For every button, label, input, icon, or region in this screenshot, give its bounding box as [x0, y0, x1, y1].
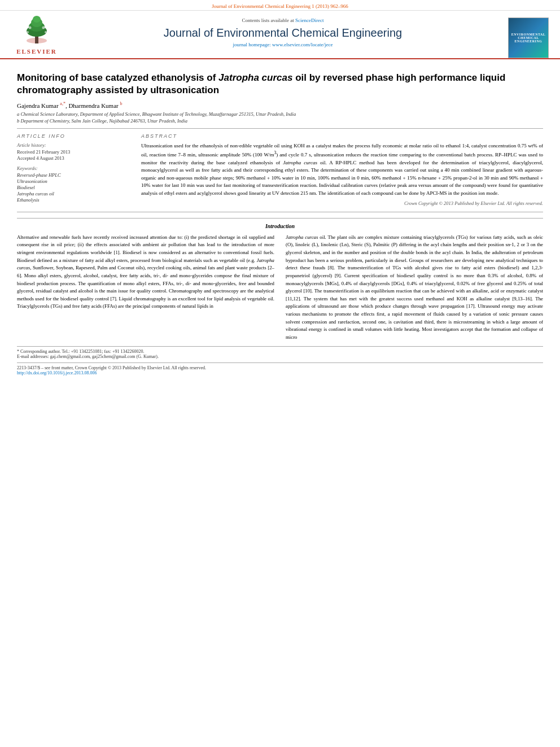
intro-right-col: Jatropha curcas oil. The plant oils are …	[286, 234, 543, 342]
accepted-date: Accepted 4 August 2013	[17, 155, 130, 161]
bottom-info: 2213-3437/$ – see front matter, Crown Co…	[17, 362, 543, 375]
keyword-4: Jatropha curcas oil	[17, 191, 130, 196]
svg-point-5	[33, 16, 41, 23]
keywords-section: Keywords: Reversed-phase HPLC Ultrasonic…	[17, 165, 130, 203]
elsevier-logo: ELSEVIER	[11, 15, 62, 58]
sciencedirect-link[interactable]: ScienceDirect	[295, 18, 323, 23]
email-footnote: E-mail addresses: gaj.chem@gmail.com, ga…	[17, 354, 543, 359]
intro-left-col: Alternative and renewable fuels have rec…	[17, 234, 274, 342]
keywords-label: Keywords:	[17, 165, 130, 171]
paper-title: Monitoring of base catalyzed ethanolysis…	[17, 72, 543, 97]
footnote-section: * Corresponding author. Tel.: +91 134225…	[17, 346, 543, 359]
paper-content: Monitoring of base catalyzed ethanolysis…	[0, 59, 560, 381]
svg-point-8	[27, 31, 29, 33]
keywords-list: Reversed-phase HPLC Ultrasonication Biod…	[17, 172, 130, 203]
elsevier-tree-icon	[20, 15, 54, 46]
received-date: Received 21 February 2013	[17, 149, 130, 155]
doi-link[interactable]: http://dx.doi.org/10.1016/j.jece.2013.08…	[17, 370, 543, 375]
affiliation-a: a Chemical Science Laboratory, Departmen…	[17, 111, 543, 117]
intro-left-text: Alternative and renewable fuels have rec…	[17, 234, 274, 311]
email-addresses: gaj.chem@gmail.com, gaj25chem@gmail.com …	[50, 354, 159, 359]
article-history-section: Article history: Received 21 February 20…	[17, 142, 130, 161]
affiliation-b: b Department of Chemistry, Salm Jain Col…	[17, 118, 543, 124]
svg-point-7	[42, 27, 45, 29]
keyword-2: Ultrasonication	[17, 178, 130, 184]
journal-reference-bar: Journal of Environmental Chemical Engine…	[0, 0, 560, 11]
keyword-5: Ethanolysis	[17, 197, 130, 203]
history-label: Article history:	[17, 142, 130, 148]
abstract-header: ABSTRACT	[141, 133, 543, 139]
journal-homepage: journal homepage: www.elsevier.com/locat…	[62, 42, 504, 47]
divider-2	[17, 212, 543, 212]
article-info-col: ARTICLE INFO Article history: Received 2…	[17, 133, 130, 207]
corresponding-author: * Corresponding author. Tel.: +91 134225…	[17, 349, 543, 354]
intro-right-text: Jatropha curcas oil. The plant oils are …	[286, 234, 543, 342]
elsevier-brand-text: ELSEVIER	[16, 48, 57, 55]
article-info-abstract-section: ARTICLE INFO Article history: Received 2…	[17, 133, 543, 207]
contents-available-label: Contents lists available at ScienceDirec…	[62, 18, 504, 23]
svg-point-6	[29, 27, 32, 29]
keyword-3: Biodiesel	[17, 185, 130, 190]
journal-info-center: Contents lists available at ScienceDirec…	[62, 15, 504, 58]
divider-1	[17, 128, 543, 129]
article-info-header: ARTICLE INFO	[17, 133, 130, 139]
introduction-section: Introduction Alternative and renewable f…	[17, 218, 543, 342]
keyword-1: Reversed-phase HPLC	[17, 172, 130, 178]
journal-logo-image: ENVIRONMENTALCHEMICALENGINEERING	[508, 18, 549, 58]
authors-line: Gajendra Kumar a,*, Dharmendra Kumar b	[17, 101, 543, 109]
journal-title: Journal of Environmental Chemical Engine…	[62, 27, 504, 40]
journal-logo-box: ENVIRONMENTALCHEMICALENGINEERING	[504, 15, 549, 58]
introduction-heading: Introduction	[17, 223, 543, 229]
introduction-columns: Alternative and renewable fuels have rec…	[17, 234, 543, 342]
abstract-col: ABSTRACT Ultrasonication used for the et…	[141, 133, 543, 207]
copyright-line: Crown Copyright © 2013 Published by Else…	[141, 200, 543, 206]
issn-line: 2213-3437/$ – see front matter, Crown Co…	[17, 365, 543, 370]
email-label: E-mail addresses:	[17, 354, 49, 359]
journal-header: ELSEVIER Contents lists available at Sci…	[0, 11, 560, 59]
svg-point-9	[45, 31, 47, 33]
abstract-text: Ultrasonication used for the ethanolysis…	[141, 142, 543, 198]
journal-reference: Journal of Environmental Chemical Engine…	[212, 3, 348, 9]
